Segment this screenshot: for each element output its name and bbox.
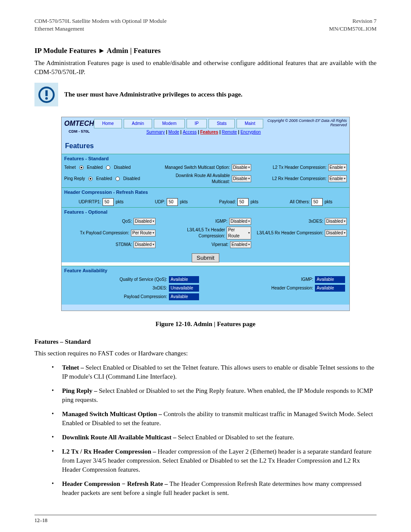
- alert-icon: [34, 83, 58, 106]
- subnav-remote[interactable]: Remote: [222, 130, 237, 134]
- downlink-select[interactable]: Disable: [232, 175, 251, 182]
- managed-switch-select[interactable]: Disable: [232, 164, 251, 171]
- sec-avail-title: Feature Availability: [62, 266, 349, 275]
- tab-stats[interactable]: Stats: [209, 119, 235, 128]
- select-l3-l4-l5-tx-header-compression-[interactable]: Per Route: [227, 227, 251, 240]
- brand-text: OMTECH: [64, 119, 94, 128]
- subnav-features[interactable]: Features: [200, 130, 218, 134]
- telnet-enabled-radio[interactable]: [79, 165, 84, 170]
- 3xdes-status: Unavailable: [169, 285, 199, 292]
- list-item: L2 Tx / Rx Header Compression – Header c…: [52, 447, 377, 474]
- screenshot-admin-features: OMTECH CDM - 570L Home Admin Modem IP St…: [61, 117, 350, 311]
- exclamation-circle-icon: [37, 86, 56, 104]
- hdrcomp-status: Available: [315, 285, 345, 292]
- list-item: Managed Switch Multicast Option – Contro…: [52, 410, 377, 428]
- svg-point-2: [45, 97, 48, 100]
- select-igmp-[interactable]: Disabled: [229, 218, 251, 225]
- model-text: CDM - 570L: [68, 129, 90, 134]
- udp-input[interactable]: 50: [167, 198, 178, 206]
- submit-button[interactable]: Submit: [192, 253, 219, 262]
- tab-maint[interactable]: Maint: [237, 119, 263, 128]
- subnav-summary[interactable]: Summary: [146, 130, 165, 134]
- features-standard-heading: Features – Standard: [34, 337, 377, 346]
- qos-status: Available: [169, 276, 199, 283]
- ping-disabled-radio[interactable]: [115, 177, 120, 181]
- figure-caption: Figure 12-10. Admin | Features page: [34, 320, 377, 329]
- ping-enabled-radio[interactable]: [88, 177, 93, 181]
- page-header: CDM-570/570L Satellite Modem with Option…: [34, 17, 377, 33]
- select-qos-[interactable]: Disabled: [134, 218, 156, 225]
- tab-modem[interactable]: Modem: [154, 119, 184, 128]
- bullet-list: Telnet – Select Enabled or Disabled to s…: [52, 363, 377, 498]
- sub-nav: Summary | Mode | Access | Features | Rem…: [144, 129, 264, 137]
- list-item: Telnet – Select Enabled or Disabled to s…: [52, 363, 377, 381]
- logo: OMTECH CDM - 570L: [64, 119, 94, 134]
- tab-home[interactable]: Home: [94, 119, 122, 128]
- subnav-mode[interactable]: Mode: [168, 130, 179, 134]
- hdr-right-1: Revision 7: [352, 18, 377, 24]
- list-item: Header Compression − Refresh Rate – The …: [52, 479, 377, 498]
- l2tx-select[interactable]: Enable: [328, 164, 347, 171]
- allothers-input[interactable]: 50: [311, 198, 323, 206]
- hdr-left-1: CDM-570/570L Satellite Modem with Option…: [34, 18, 167, 24]
- top-tabs: Home Admin Modem IP Stats Maint: [94, 119, 263, 128]
- important-note: The user must have Administrative privil…: [34, 83, 377, 106]
- payload-input[interactable]: 50: [237, 198, 249, 206]
- telnet-disabled-radio[interactable]: [106, 165, 110, 170]
- ping-label: Ping Reply: [64, 176, 85, 182]
- subnav-access[interactable]: Access: [183, 130, 196, 134]
- ss-page-title: Features: [62, 139, 349, 153]
- alert-text: The user must have Administrative privil…: [64, 91, 243, 98]
- sec-standard-title: Features - Standard: [62, 154, 349, 163]
- select-tx-payload-compression-[interactable]: Per Route: [131, 230, 156, 236]
- telnet-label: Telnet: [64, 165, 76, 171]
- page-footer: 12–18: [34, 515, 377, 524]
- list-item: Downlink Route All Available Multicast –…: [52, 433, 377, 442]
- sec-opt-title: Features - Optional: [62, 208, 349, 217]
- select-l3-l4-l5-rx-header-compression-[interactable]: Disabled: [325, 230, 347, 236]
- hdr-left-2: Ethernet Management: [34, 25, 84, 32]
- payloadcomp-status: Available: [169, 293, 199, 300]
- intro-paragraph: The Administration Features page is used…: [34, 59, 377, 77]
- select-vipersat-[interactable]: Enabled: [230, 241, 251, 248]
- section-title: IP Module Features ► Admin | Features: [34, 46, 377, 56]
- hdr-right-2: MN/CDM570L.IOM: [329, 25, 377, 32]
- footer-left: 12–18: [34, 517, 47, 524]
- tab-ip[interactable]: IP: [187, 119, 207, 128]
- list-item: Ping Reply – Select Enabled or Disabled …: [52, 386, 377, 404]
- select-3xdes-[interactable]: Disabled: [325, 218, 347, 225]
- features-standard-intro: This section requires no FAST codes or H…: [34, 349, 377, 358]
- select-stdma-[interactable]: Disabled: [134, 241, 156, 248]
- l2rx-select[interactable]: Enable: [328, 175, 347, 182]
- copyright: Copyright © 2005 Comtech EF Data All Rig…: [263, 119, 347, 128]
- svg-rect-1: [45, 90, 47, 96]
- igmp-status: Available: [315, 276, 345, 283]
- sec-hcr-title: Header Compression - Refresh Rates: [62, 188, 349, 197]
- subnav-encryption[interactable]: Encryption: [240, 130, 261, 134]
- tab-admin[interactable]: Admin: [124, 119, 152, 128]
- udprtp1-input[interactable]: 50: [103, 198, 114, 206]
